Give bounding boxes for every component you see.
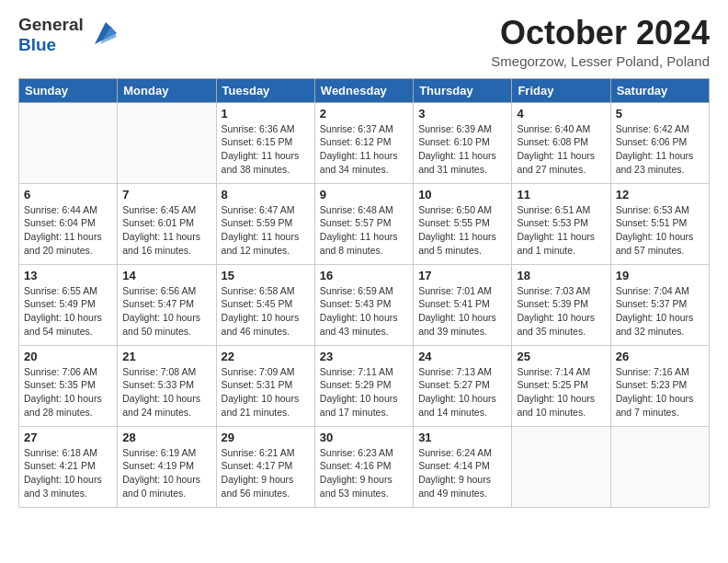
day-number: 30 [320,431,408,444]
calendar-week-row-4: 27Sunrise: 6:18 AMSunset: 4:21 PMDayligh… [19,426,710,507]
header: General Blue October 2024 Smegorzow, Les… [18,15,710,69]
calendar-week-row-3: 20Sunrise: 7:06 AMSunset: 5:35 PMDayligh… [19,345,710,426]
col-monday: Monday [118,78,216,102]
day-info: Sunrise: 7:04 AMSunset: 5:37 PMDaylight:… [616,284,704,339]
day-info: Sunrise: 6:56 AMSunset: 5:47 PMDaylight:… [122,284,210,339]
day-number: 25 [517,350,605,363]
day-number: 31 [418,431,506,444]
day-info: Sunrise: 6:51 AMSunset: 5:53 PMDaylight:… [517,203,605,258]
day-number: 2 [320,107,408,121]
day-info: Sunrise: 7:13 AMSunset: 5:27 PMDaylight:… [418,365,506,419]
day-number: 23 [320,350,408,363]
day-number: 3 [418,107,506,121]
calendar-cell: 3Sunrise: 6:39 AMSunset: 6:10 PMDaylight… [414,102,512,183]
day-number: 15 [222,269,310,282]
day-info: Sunrise: 7:06 AMSunset: 5:35 PMDaylight:… [24,365,112,419]
calendar-header-row: Sunday Monday Tuesday Wednesday Thursday… [19,78,710,102]
month-title: October 2024 [491,15,710,52]
day-info: Sunrise: 6:45 AMSunset: 6:01 PMDaylight:… [122,203,210,258]
calendar-cell: 1Sunrise: 6:36 AMSunset: 6:15 PMDaylight… [216,102,314,183]
day-info: Sunrise: 6:47 AMSunset: 5:59 PMDaylight:… [222,203,310,258]
day-info: Sunrise: 7:01 AMSunset: 5:41 PMDaylight:… [418,284,506,339]
calendar-cell [610,426,709,507]
col-thursday: Thursday [414,78,512,102]
day-number: 14 [122,269,210,282]
day-info: Sunrise: 6:48 AMSunset: 5:57 PMDaylight:… [320,203,408,258]
day-info: Sunrise: 6:23 AMSunset: 4:16 PMDaylight:… [320,446,408,500]
day-info: Sunrise: 6:59 AMSunset: 5:43 PMDaylight:… [320,284,408,339]
day-number: 24 [418,350,506,363]
calendar-cell: 19Sunrise: 7:04 AMSunset: 5:37 PMDayligh… [610,264,709,345]
day-number: 20 [24,350,112,363]
calendar-cell: 28Sunrise: 6:19 AMSunset: 4:19 PMDayligh… [118,426,216,507]
col-wednesday: Wednesday [314,78,413,102]
calendar-cell: 25Sunrise: 7:14 AMSunset: 5:25 PMDayligh… [512,345,610,426]
day-info: Sunrise: 6:21 AMSunset: 4:17 PMDaylight:… [222,446,310,500]
logo-blue: Blue [18,35,56,54]
calendar-week-row-0: 1Sunrise: 6:36 AMSunset: 6:15 PMDaylight… [19,102,710,183]
calendar-cell: 4Sunrise: 6:40 AMSunset: 6:08 PMDaylight… [512,102,610,183]
title-section: October 2024 Smegorzow, Lesser Poland, P… [491,15,710,69]
calendar-cell: 9Sunrise: 6:48 AMSunset: 5:57 PMDaylight… [314,183,413,264]
calendar-cell: 27Sunrise: 6:18 AMSunset: 4:21 PMDayligh… [19,426,118,507]
calendar-cell: 13Sunrise: 6:55 AMSunset: 5:49 PMDayligh… [19,264,118,345]
calendar-cell [19,102,118,183]
day-info: Sunrise: 6:50 AMSunset: 5:55 PMDaylight:… [418,203,506,258]
calendar-cell: 16Sunrise: 6:59 AMSunset: 5:43 PMDayligh… [314,264,413,345]
calendar-cell [512,426,610,507]
day-number: 4 [517,107,605,121]
day-number: 13 [24,269,112,282]
page-container: General Blue October 2024 Smegorzow, Les… [0,0,728,523]
calendar-cell: 8Sunrise: 6:47 AMSunset: 5:59 PMDaylight… [216,183,314,264]
calendar-cell: 11Sunrise: 6:51 AMSunset: 5:53 PMDayligh… [512,183,610,264]
calendar-cell: 7Sunrise: 6:45 AMSunset: 6:01 PMDaylight… [118,183,216,264]
day-number: 22 [222,350,310,363]
calendar-cell: 18Sunrise: 7:03 AMSunset: 5:39 PMDayligh… [512,264,610,345]
day-info: Sunrise: 6:58 AMSunset: 5:45 PMDaylight:… [222,284,310,339]
day-info: Sunrise: 6:37 AMSunset: 6:12 PMDaylight:… [320,122,408,177]
day-number: 10 [418,188,506,201]
calendar-cell: 17Sunrise: 7:01 AMSunset: 5:41 PMDayligh… [414,264,512,345]
day-info: Sunrise: 7:14 AMSunset: 5:25 PMDaylight:… [517,365,605,419]
day-number: 21 [122,350,210,363]
calendar-cell: 2Sunrise: 6:37 AMSunset: 6:12 PMDaylight… [314,102,413,183]
calendar-cell: 12Sunrise: 6:53 AMSunset: 5:51 PMDayligh… [610,183,709,264]
day-number: 1 [222,107,310,121]
calendar-week-row-2: 13Sunrise: 6:55 AMSunset: 5:49 PMDayligh… [19,264,710,345]
location: Smegorzow, Lesser Poland, Poland [491,53,710,69]
day-info: Sunrise: 7:03 AMSunset: 5:39 PMDaylight:… [517,284,605,339]
day-info: Sunrise: 6:42 AMSunset: 6:06 PMDaylight:… [616,122,704,177]
day-number: 5 [616,107,704,121]
day-number: 12 [616,188,704,201]
day-number: 27 [24,431,112,444]
calendar-cell: 24Sunrise: 7:13 AMSunset: 5:27 PMDayligh… [414,345,512,426]
day-info: Sunrise: 6:44 AMSunset: 6:04 PMDaylight:… [24,203,112,258]
calendar-cell: 23Sunrise: 7:11 AMSunset: 5:29 PMDayligh… [314,345,413,426]
day-number: 8 [222,188,310,201]
day-number: 7 [122,188,210,201]
logo-general: General Blue [18,15,84,55]
calendar-cell: 22Sunrise: 7:09 AMSunset: 5:31 PMDayligh… [216,345,314,426]
day-number: 9 [320,188,408,201]
col-tuesday: Tuesday [216,78,314,102]
calendar-table: Sunday Monday Tuesday Wednesday Thursday… [18,78,710,508]
calendar-cell: 26Sunrise: 7:16 AMSunset: 5:23 PMDayligh… [610,345,709,426]
col-sunday: Sunday [19,78,118,102]
calendar-cell: 6Sunrise: 6:44 AMSunset: 6:04 PMDaylight… [19,183,118,264]
day-number: 18 [517,269,605,282]
day-info: Sunrise: 7:16 AMSunset: 5:23 PMDaylight:… [616,365,704,419]
calendar-week-row-1: 6Sunrise: 6:44 AMSunset: 6:04 PMDaylight… [19,183,710,264]
calendar-cell: 10Sunrise: 6:50 AMSunset: 5:55 PMDayligh… [414,183,512,264]
day-number: 26 [616,350,704,363]
day-info: Sunrise: 6:55 AMSunset: 5:49 PMDaylight:… [24,284,112,339]
day-number: 6 [24,188,112,201]
col-saturday: Saturday [610,78,709,102]
day-info: Sunrise: 6:40 AMSunset: 6:08 PMDaylight:… [517,122,605,177]
day-number: 11 [517,188,605,201]
calendar-cell: 5Sunrise: 6:42 AMSunset: 6:06 PMDaylight… [610,102,709,183]
day-info: Sunrise: 6:53 AMSunset: 5:51 PMDaylight:… [616,203,704,258]
day-info: Sunrise: 6:24 AMSunset: 4:14 PMDaylight:… [418,446,506,500]
day-info: Sunrise: 6:36 AMSunset: 6:15 PMDaylight:… [222,122,310,177]
day-number: 29 [222,431,310,444]
day-number: 17 [418,269,506,282]
